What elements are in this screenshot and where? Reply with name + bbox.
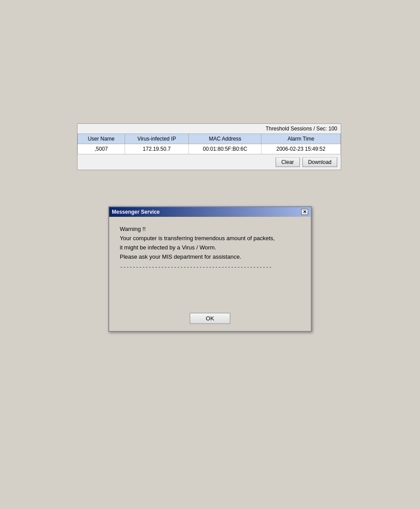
messenger-dialog: Messenger Service ✕ Warning !! Your comp…	[108, 206, 312, 332]
warning-divider: ----------------------------------------…	[120, 264, 300, 271]
alarm-panel: Threshold Sessions / Sec: 100 User Name …	[77, 123, 341, 170]
cell-user_name: ,5007	[78, 144, 125, 154]
col-user-name: User Name	[78, 134, 125, 144]
col-virus-ip: Virus-infected IP	[125, 134, 189, 144]
clear-button[interactable]: Clear	[276, 157, 300, 167]
messenger-title-text: Messenger Service	[112, 209, 160, 215]
alarm-table-body: ,5007172.19.50.700:01:80:5F:B0:6C2006-02…	[78, 144, 341, 154]
warning-line4: Please ask your MIS department for assis…	[120, 253, 300, 260]
alarm-table: User Name Virus-infected IP MAC Address …	[77, 134, 341, 154]
table-row: ,5007172.19.50.700:01:80:5F:B0:6C2006-02…	[78, 144, 341, 154]
warning-line3: it might be infected by a Virus / Worm.	[120, 244, 300, 251]
col-mac-address: MAC Address	[189, 134, 262, 144]
alarm-footer: Clear Download	[77, 154, 341, 170]
threshold-label: Threshold Sessions / Sec: 100	[77, 124, 341, 134]
cell-virus_ip: 172.19.50.7	[125, 144, 189, 154]
download-button[interactable]: Download	[302, 157, 337, 167]
cell-alarm_time: 2006-02-23 15:49:52	[261, 144, 340, 154]
messenger-close-button[interactable]: ✕	[301, 209, 308, 215]
messenger-ok-area: OK	[109, 313, 311, 331]
warning-line1: Warning !!	[120, 226, 300, 232]
cell-mac_address: 00:01:80:5F:B0:6C	[189, 144, 262, 154]
table-header-row: User Name Virus-infected IP MAC Address …	[78, 134, 341, 144]
col-alarm-time: Alarm Time	[261, 134, 340, 144]
ok-button[interactable]: OK	[190, 313, 231, 324]
warning-line2: Your computer is transferring tremendous…	[120, 235, 300, 241]
messenger-body: Warning !! Your computer is transferring…	[109, 217, 311, 313]
messenger-titlebar: Messenger Service ✕	[109, 207, 311, 217]
